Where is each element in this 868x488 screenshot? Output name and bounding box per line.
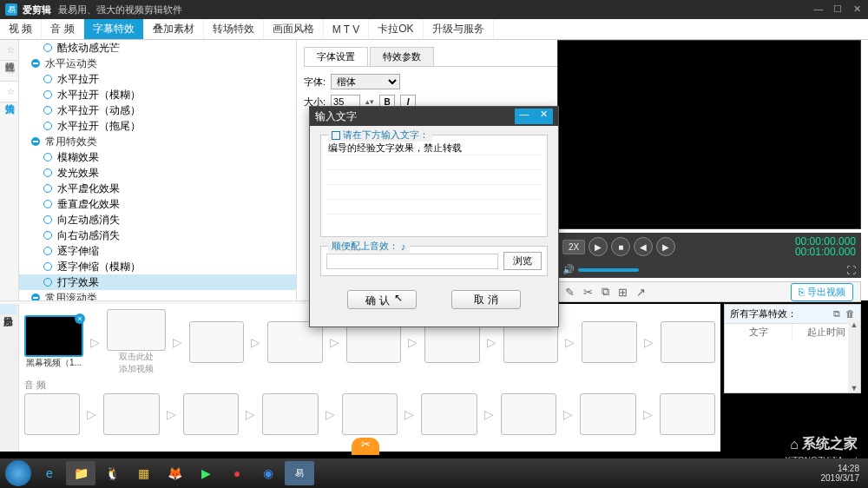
taskbar-aijianji-icon[interactable]: 易 bbox=[285, 461, 314, 485]
tree-item[interactable]: 向左动感消失 bbox=[19, 212, 296, 228]
audio-path-input[interactable] bbox=[326, 254, 498, 269]
taskbar-firefox-icon[interactable]: 🦊 bbox=[160, 461, 189, 485]
tree-category[interactable]: 常用特效类 bbox=[19, 134, 296, 149]
transition-slot[interactable]: ▷ bbox=[642, 332, 655, 353]
tree-category[interactable]: 水平运动类 bbox=[19, 56, 296, 71]
window-close-button[interactable]: ✕ bbox=[851, 3, 863, 16]
tree-item[interactable]: 垂直虚化效果 bbox=[19, 196, 296, 212]
taskbar-app-icon[interactable]: ▦ bbox=[128, 461, 158, 485]
transition-slot[interactable]: ▷ bbox=[171, 332, 184, 353]
empty-clip-slot[interactable] bbox=[661, 321, 716, 363]
transition-slot[interactable]: ▷ bbox=[89, 332, 102, 353]
tree-item[interactable]: 水平拉开 bbox=[19, 71, 296, 87]
tab-video[interactable]: 视 频 bbox=[0, 19, 42, 39]
effects-scrollbar[interactable]: ▲▼ bbox=[848, 320, 860, 392]
clip-remove-icon[interactable]: × bbox=[75, 313, 85, 324]
sidetab-disappear[interactable]: ☆消失特效 bbox=[0, 82, 18, 102]
taskbar-qq-icon[interactable]: 🐧 bbox=[97, 461, 127, 485]
copy-effect-icon[interactable]: ⧉ bbox=[833, 308, 840, 320]
tree-item[interactable]: 逐字伸缩（模糊） bbox=[19, 259, 296, 274]
cancel-button[interactable]: 取 消 bbox=[451, 290, 521, 309]
effects-tree[interactable]: 酷炫动感光芒水平运动类水平拉开水平拉开（模糊）水平拉开（动感）水平拉开（拖尾）常… bbox=[19, 40, 297, 300]
delete-effect-icon[interactable]: 🗑 bbox=[845, 308, 855, 320]
split-clip-button[interactable]: ✂ bbox=[352, 438, 379, 455]
font-select[interactable]: 楷体 bbox=[331, 74, 400, 89]
tab-mtv[interactable]: M T V bbox=[324, 19, 370, 39]
taskbar-player-icon[interactable]: ▶ bbox=[191, 461, 220, 485]
window-minimize-button[interactable]: — bbox=[812, 3, 825, 16]
dialog-close-button[interactable]: ✕ bbox=[534, 109, 553, 124]
prev-frame-button[interactable]: ◀ bbox=[634, 237, 653, 256]
subtab-effect-params[interactable]: 特效参数 bbox=[370, 47, 434, 66]
audio-clip-slot[interactable] bbox=[501, 393, 556, 435]
tree-item[interactable]: 水平拉开（拖尾） bbox=[19, 118, 296, 134]
add-clip-slot[interactable] bbox=[107, 309, 166, 351]
taskbar-record-icon[interactable]: ● bbox=[222, 461, 252, 485]
taskbar-app2-icon[interactable]: ◉ bbox=[253, 461, 283, 485]
subtitle-text-input[interactable]: 编导的经验文字效果，禁止转载 bbox=[326, 141, 542, 228]
tab-subtitle-effects[interactable]: 字幕特效 bbox=[84, 19, 144, 39]
empty-clip-slot[interactable] bbox=[582, 321, 637, 363]
transition-slot[interactable]: ▷ bbox=[406, 332, 419, 353]
share-icon[interactable]: ↗ bbox=[636, 286, 646, 299]
transition-slot[interactable]: ▷ bbox=[249, 332, 262, 353]
grid-icon[interactable]: ⊞ bbox=[618, 286, 628, 299]
tab-overlay[interactable]: 叠加素材 bbox=[144, 19, 204, 39]
tab-audio[interactable]: 音 频 bbox=[42, 19, 83, 39]
ok-button[interactable]: 确 认 bbox=[347, 290, 417, 309]
taskbar-clock[interactable]: 14:282019/3/17 bbox=[821, 464, 865, 483]
taskbar-explorer-icon[interactable]: 📁 bbox=[66, 461, 95, 485]
tree-item[interactable]: 打字效果 bbox=[19, 274, 296, 290]
volume-icon[interactable]: 🔊 bbox=[562, 264, 575, 275]
tab-style[interactable]: 画面风格 bbox=[264, 19, 324, 39]
speed-button[interactable]: 2X bbox=[562, 240, 585, 254]
audio-clip-slot[interactable] bbox=[24, 393, 80, 435]
empty-clip-slot[interactable] bbox=[503, 321, 559, 363]
tab-upgrade[interactable]: 升级与服务 bbox=[424, 19, 494, 39]
fullscreen-icon[interactable]: ⛶ bbox=[846, 265, 856, 275]
taskbar-ie-icon[interactable]: e bbox=[35, 461, 64, 485]
cut-icon[interactable]: ✂ bbox=[583, 286, 593, 299]
transition-slot[interactable]: ▷ bbox=[328, 332, 341, 353]
tree-item[interactable]: 发光效果 bbox=[19, 165, 296, 181]
window-maximize-button[interactable]: ☐ bbox=[832, 3, 844, 16]
browse-button[interactable]: 浏览 bbox=[503, 252, 542, 270]
audio-clip-slot[interactable] bbox=[342, 393, 398, 435]
empty-clip-slot[interactable] bbox=[267, 321, 323, 363]
tree-item[interactable]: 水平拉开（模糊） bbox=[19, 87, 296, 102]
stop-button[interactable]: ■ bbox=[611, 237, 630, 256]
clip-1[interactable]: × bbox=[24, 315, 83, 357]
timeline-tab-clips[interactable]: 已添加片段 bbox=[0, 304, 16, 314]
audio-clip-slot[interactable] bbox=[421, 393, 477, 435]
play-button[interactable]: ▶ bbox=[589, 237, 608, 256]
export-video-button[interactable]: ⎘ 导出视频 bbox=[791, 283, 853, 301]
tree-category[interactable]: 常用滚动类 bbox=[19, 290, 296, 300]
size-spinner-icon[interactable]: ▴▾ bbox=[365, 97, 374, 106]
transition-slot[interactable]: ▷ bbox=[485, 332, 498, 353]
empty-clip-slot[interactable] bbox=[346, 321, 402, 363]
audio-clip-slot[interactable] bbox=[103, 393, 159, 435]
tab-karaoke[interactable]: 卡拉OK bbox=[369, 19, 423, 39]
taskbar[interactable]: e 📁 🐧 ▦ 🦊 ▶ ● ◉ 易 14:282019/3/17 bbox=[0, 458, 868, 488]
sidetab-stay[interactable]: ☆停留特效 bbox=[0, 61, 18, 82]
subtab-font[interactable]: 字体设置 bbox=[304, 47, 368, 66]
tree-item[interactable]: 向右动感消失 bbox=[19, 228, 296, 243]
audio-clip-slot[interactable] bbox=[580, 393, 635, 435]
transition-slot[interactable]: ▷ bbox=[563, 332, 576, 353]
edit-icon[interactable]: ✎ bbox=[565, 286, 575, 299]
tree-item[interactable]: 水平虚化效果 bbox=[19, 181, 296, 196]
empty-clip-slot[interactable] bbox=[424, 321, 480, 363]
tree-item[interactable]: 酷炫动感光芒 bbox=[19, 40, 296, 56]
start-button[interactable] bbox=[3, 461, 33, 485]
volume-slider[interactable] bbox=[578, 268, 639, 272]
audio-clip-slot[interactable] bbox=[183, 393, 239, 435]
sidetab-appear[interactable]: ☆出现特效 bbox=[0, 40, 18, 61]
video-preview[interactable] bbox=[557, 40, 861, 229]
tree-item[interactable]: 逐字伸缩 bbox=[19, 243, 296, 259]
empty-clip-slot[interactable] bbox=[189, 321, 245, 363]
dialog-minimize-button[interactable]: — bbox=[515, 109, 534, 124]
col-text[interactable]: 文字 bbox=[725, 324, 792, 340]
next-frame-button[interactable]: ▶ bbox=[656, 237, 675, 256]
tab-transition[interactable]: 转场特效 bbox=[204, 19, 264, 39]
audio-clip-slot[interactable] bbox=[262, 393, 318, 435]
